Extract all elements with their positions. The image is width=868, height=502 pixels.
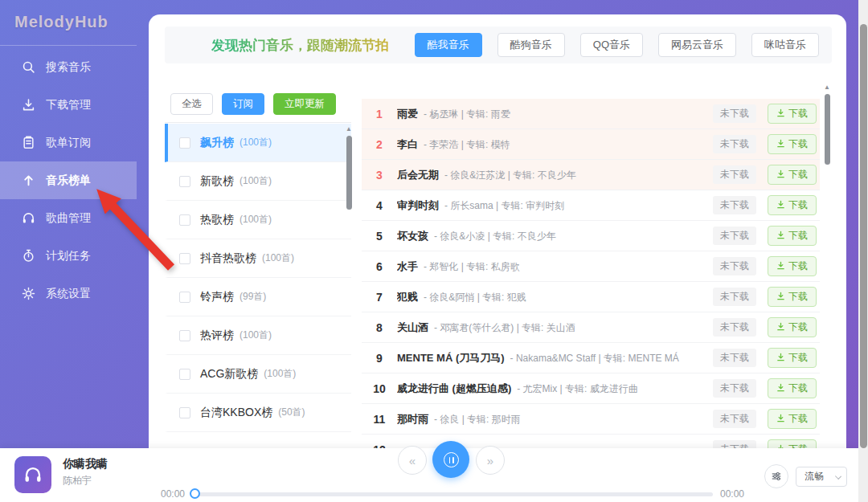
progress-track[interactable] — [192, 488, 713, 500]
quality-select[interactable]: 流畅 — [796, 467, 847, 487]
download-label: 下载 — [788, 107, 808, 120]
scroll-up-icon[interactable]: ▲ — [345, 125, 353, 133]
song-row: 2李白- 李荣浩 | 专辑: 模特未下载下载 — [362, 129, 820, 160]
song-row: 4审判时刻- 所长sama | 专辑: 审判时刻未下载下载 — [362, 190, 820, 221]
download-button[interactable]: 下载 — [768, 287, 817, 307]
checkbox[interactable] — [179, 214, 190, 226]
song-rank: 5 — [362, 230, 397, 243]
promo-headline: 发现热门音乐，跟随潮流节拍 — [211, 36, 389, 55]
download-button[interactable]: 下载 — [768, 378, 817, 398]
download-button[interactable]: 下载 — [768, 195, 817, 215]
update-now-button[interactable]: 立即更新 — [273, 93, 336, 115]
promo-strip: 发现热门音乐，跟随潮流节拍 酷我音乐酷狗音乐QQ音乐网易云音乐咪咕音乐 — [165, 27, 832, 63]
download-label: 下载 — [788, 290, 808, 304]
sidebar-item-2[interactable]: 下载管理 — [0, 86, 137, 124]
next-track-button[interactable]: » — [476, 446, 505, 475]
chart-name: ACG新歌榜 — [200, 367, 258, 382]
song-title: 坏女孩 — [397, 229, 428, 243]
checkbox[interactable] — [179, 137, 190, 149]
song-title: 审判时刻 — [397, 198, 439, 213]
song-row: 1雨爱- 杨丞琳 | 专辑: 雨爱未下载下载 — [362, 99, 820, 129]
download-label: 下载 — [788, 412, 808, 426]
source-tab-5[interactable]: 咪咕音乐 — [751, 33, 819, 57]
checkbox[interactable] — [179, 369, 190, 380]
sidebar-item-5[interactable]: 歌曲管理 — [0, 199, 137, 237]
previous-track-button[interactable]: « — [398, 446, 427, 475]
chart-row[interactable]: 飙升榜(100首) — [165, 124, 351, 162]
sidebar-item-1[interactable]: 搜索音乐 — [0, 48, 137, 86]
select-all-button[interactable]: 全选 — [170, 93, 213, 115]
sidebar-item-label: 下载管理 — [46, 98, 91, 112]
source-tab-1[interactable]: 酷我音乐 — [415, 33, 482, 57]
sidebar-item-6[interactable]: 计划任务 — [0, 237, 137, 275]
song-meta: - 徐良&阿悄 | 专辑: 犯贱 — [424, 291, 526, 304]
chart-row[interactable]: 铃声榜(99首) — [165, 278, 351, 316]
checkbox[interactable] — [179, 176, 190, 187]
download-button[interactable]: 下载 — [768, 226, 817, 246]
checkbox[interactable] — [179, 330, 190, 341]
equalizer-button[interactable] — [764, 464, 788, 488]
download-button[interactable]: 下载 — [768, 165, 817, 185]
play-pause-button[interactable] — [432, 441, 469, 478]
download-button[interactable]: 下载 — [768, 134, 817, 154]
song-meta: - 徐良&汪苏泷 | 专辑: 不良少年 — [444, 169, 576, 182]
chart-row[interactable]: 台湾KKBOX榜(50首) — [165, 394, 351, 432]
chart-row[interactable]: 抖音热歌榜(100首) — [165, 239, 351, 278]
checkbox[interactable] — [179, 292, 190, 303]
sidebar-item-7[interactable]: 系统设置 — [0, 275, 137, 312]
song-row: 3后会无期- 徐良&汪苏泷 | 专辑: 不良少年未下载下载 — [362, 160, 820, 190]
source-tab-2[interactable]: 酷狗音乐 — [497, 33, 565, 57]
download-icon — [776, 292, 785, 303]
song-info: 审判时刻- 所长sama | 专辑: 审判时刻 — [397, 198, 713, 213]
chart-row[interactable]: 新歌榜(100首) — [165, 162, 351, 201]
scrollbar-thumb[interactable] — [860, 24, 867, 448]
song-rank: 6 — [362, 260, 397, 273]
status-badge: 未下载 — [713, 440, 756, 448]
download-label: 下载 — [788, 168, 808, 182]
main-content-card: 发现热门音乐，跟随潮流节拍 酷我音乐酷狗音乐QQ音乐网易云音乐咪咕音乐 全选 订… — [149, 14, 846, 448]
sidebar-item-label: 歌曲管理 — [46, 211, 91, 226]
download-icon — [22, 98, 35, 112]
song-title: 后会无期 — [397, 168, 439, 182]
song-row: 9MENTE MÁ (刀马刀马)- Nakama&MC Staff | 专辑: … — [362, 343, 820, 373]
song-meta: - Nakama&MC Staff | 专辑: MENTE MÁ — [510, 352, 679, 365]
download-button[interactable]: 下载 — [768, 256, 817, 276]
sidebar-item-label: 计划任务 — [46, 249, 91, 263]
song-rank: 7 — [362, 291, 397, 304]
scrollbar-thumb[interactable] — [346, 136, 352, 210]
scrollbar-thumb[interactable] — [825, 94, 830, 165]
chart-count: (100首) — [262, 251, 294, 265]
chart-row[interactable]: 热评榜(100首) — [165, 316, 351, 355]
chart-name: 铃声榜 — [200, 290, 234, 304]
song-meta: - 徐良 | 专辑: 那时雨 — [434, 413, 521, 426]
progress-handle[interactable] — [190, 488, 200, 499]
chart-list: 飙升榜(100首)新歌榜(100首)热歌榜(100首)抖音热歌榜(100首)铃声… — [165, 124, 351, 432]
download-label: 下载 — [788, 351, 808, 365]
status-badge: 未下载 — [713, 410, 756, 428]
song-row: 7犯贱- 徐良&阿悄 | 专辑: 犯贱未下载下载 — [362, 282, 820, 312]
song-meta: - 郑智化 | 专辑: 私房歌 — [424, 260, 520, 274]
download-button[interactable]: 下载 — [768, 104, 817, 124]
chart-row[interactable]: ACG新歌榜(100首) — [165, 355, 351, 394]
headphones-icon — [22, 211, 35, 225]
chart-panel: 全选 订阅 立即更新 飙升榜(100首)新歌榜(100首)热歌榜(100首)抖音… — [165, 93, 351, 448]
window-scrollbar — [858, 0, 868, 502]
subscribe-button[interactable]: 订阅 — [222, 93, 264, 115]
download-button[interactable]: 下载 — [768, 409, 817, 429]
song-info: 后会无期- 徐良&汪苏泷 | 专辑: 不良少年 — [397, 168, 713, 182]
song-info: 李白- 李荣浩 | 专辑: 模特 — [397, 137, 713, 152]
checkbox[interactable] — [179, 253, 190, 264]
sidebar-item-4[interactable]: 音乐榜单 — [0, 161, 137, 199]
download-button[interactable]: 下载 — [768, 439, 817, 448]
source-tab-4[interactable]: 网易云音乐 — [658, 33, 736, 57]
song-meta: - 杨丞琳 | 专辑: 雨爱 — [424, 108, 510, 121]
song-meta: - 邓寓君(等什么君) | 专辑: 关山酒 — [434, 321, 575, 335]
download-button[interactable]: 下载 — [768, 348, 817, 368]
sidebar-item-3[interactable]: 歌单订阅 — [0, 124, 137, 161]
scroll-up-icon[interactable]: ▲ — [823, 84, 831, 92]
checkbox[interactable] — [179, 407, 190, 418]
chart-row[interactable]: 热歌榜(100首) — [165, 201, 351, 239]
download-icon — [776, 383, 785, 394]
source-tab-3[interactable]: QQ音乐 — [580, 33, 643, 57]
download-button[interactable]: 下载 — [768, 317, 817, 337]
